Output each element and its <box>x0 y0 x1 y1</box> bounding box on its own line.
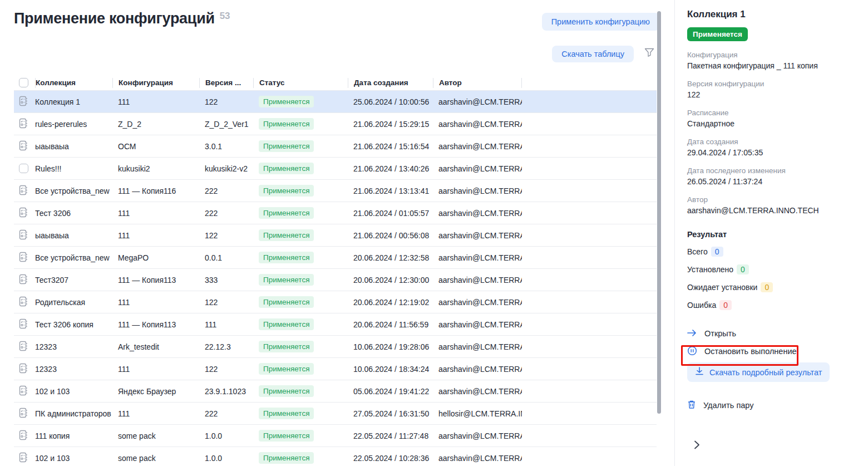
collection-type-icon <box>19 318 28 331</box>
status-badge: Применяется <box>259 185 314 197</box>
cell-collection: ыаываыа <box>35 231 112 240</box>
cell-created: 20.06.2024 / 12:19:02 <box>348 298 433 307</box>
collection-type-icon <box>19 385 28 398</box>
result-installed: Установлено0 <box>687 264 856 274</box>
table-row[interactable]: Тест 3206 111 222 Применяется 21.06.2024… <box>14 202 657 224</box>
open-button[interactable]: Открыть <box>687 325 856 342</box>
cell-created: 21.06.2024 / 00:56:08 <box>348 231 433 240</box>
stop-execution-button[interactable]: Остановить выполнение <box>687 342 856 360</box>
row-lead <box>14 385 35 398</box>
cell-author: aarshavin@LCM.TERRA.INNO.TECH <box>433 231 522 240</box>
table-row[interactable]: Все устройства_new MegaPO 0.0.1 Применяе… <box>14 247 657 269</box>
delete-pair-button[interactable]: Удалить пару <box>687 396 856 414</box>
cell-collection: ыаываыа <box>35 142 112 151</box>
cell-version: 1.0.0 <box>199 454 253 463</box>
table-row[interactable]: Тест 3206 копия 111 — Копия113 111 Приме… <box>14 313 657 336</box>
table-row[interactable]: 12323 Ark_testedit 22.12.3 Применяется 1… <box>14 336 657 358</box>
table-row[interactable]: rules-pererules Z_D_2 Z_D_2_Ver1 Применя… <box>14 113 657 135</box>
collapse-panel-button[interactable] <box>693 440 701 452</box>
cell-status: Применяется <box>253 118 348 130</box>
cell-configuration: 111 <box>112 209 199 218</box>
apply-configuration-button[interactable]: Применить конфигурацию <box>542 13 659 31</box>
table-scrollbar[interactable] <box>657 0 662 466</box>
delete-pair-label: Удалить пару <box>703 401 753 410</box>
row-lead <box>14 229 35 242</box>
result-total-badge: 0 <box>711 247 723 257</box>
cell-created: 21.06.2024 / 01:05:57 <box>348 209 433 218</box>
result-label: Ошибка <box>687 301 716 310</box>
select-all-checkbox[interactable] <box>19 78 28 87</box>
row-lead <box>14 452 35 464</box>
cell-author: aarshavin@LCM.TERRA.INNO.TECH <box>433 142 522 151</box>
table-row[interactable]: ыаываыа ОСМ 3.0.1 Применяется 21.06.2024… <box>14 135 657 158</box>
cell-configuration: 111 — Копия113 <box>112 320 199 329</box>
row-checkbox[interactable] <box>19 164 28 173</box>
cell-status: Применяется <box>253 318 348 330</box>
cell-collection: Тест 3206 <box>35 209 112 218</box>
result-total: Всего0 <box>687 247 856 257</box>
cell-status: Применяется <box>253 341 348 352</box>
table-row[interactable]: 102 и 103 Яндекс Браузер 23.9.1.1023 При… <box>14 380 657 403</box>
cell-status: Применяется <box>253 163 348 174</box>
table-header-row: Коллекция Конфигурация Версия ... Статус… <box>14 75 657 91</box>
cell-author: aarshavin@LCM.TERRA.INNO.TECH <box>433 187 522 195</box>
cell-version: Z_D_2_Ver1 <box>199 120 253 129</box>
table-row[interactable]: Все устройства_new 111 — Копия116 222 Пр… <box>14 180 657 202</box>
row-lead <box>14 341 35 353</box>
cell-version: 222 <box>199 209 253 218</box>
column-header-author: Автор <box>433 78 522 88</box>
table-row[interactable]: 111 копия some pack 1.0.0 Применяется 22… <box>14 425 657 447</box>
collection-type-icon <box>19 296 28 308</box>
cell-version: 22.12.3 <box>199 342 253 351</box>
table-row[interactable]: 102 и 103 some pack 1.0.0 Применяется 22… <box>14 447 657 466</box>
select-all-cell <box>14 78 35 88</box>
table-row[interactable]: Коллекция 1 111 122 Применяется 25.06.20… <box>14 91 657 113</box>
cell-collection: Тест 3206 копия <box>35 320 112 329</box>
row-lead <box>14 296 35 308</box>
table-row[interactable]: ыаываыа 111 122 Применяется 21.06.2024 /… <box>14 224 657 247</box>
cell-author: aarshavin@LCM.TERRA.INNO.TECH <box>433 320 522 329</box>
table-row[interactable]: Тест3207 111 — Копия113 333 Применяется … <box>14 269 657 291</box>
collection-type-icon <box>19 274 28 286</box>
field-label: Дата последнего изменения <box>687 166 856 175</box>
filter-button[interactable] <box>644 48 654 59</box>
status-badge: Применяется <box>259 452 314 464</box>
status-badge: Применяется <box>259 408 314 419</box>
table-row[interactable]: Rules!!! kukusiki2 kukusiki2-v2 Применяе… <box>14 158 657 180</box>
table-row[interactable]: Родительская 111 122 Применяется 20.06.2… <box>14 291 657 313</box>
result-label: Всего <box>687 247 708 256</box>
download-table-button[interactable]: Скачать таблицу <box>552 46 634 62</box>
page-title-text: Применение конфигураций <box>14 10 215 27</box>
cell-configuration: Z_D_2 <box>112 120 199 129</box>
cell-configuration: Ark_testedit <box>112 342 199 351</box>
cell-configuration: kukusiki2 <box>112 164 199 173</box>
field-config-version: Версия конфигурации 122 <box>687 80 856 99</box>
status-badge: Применяется <box>259 341 314 352</box>
cell-version: 122 <box>199 298 253 307</box>
field-value: Пакетная конфигурация _ 111 копия <box>687 61 856 70</box>
cell-version: 122 <box>199 97 253 106</box>
cell-version: 23.9.1.1023 <box>199 387 253 396</box>
cell-collection: Все устройства_new <box>35 253 112 262</box>
cell-author: aarshavin@LCM.TERRA.INNO.TECH <box>433 120 522 129</box>
scrollbar-thumb[interactable] <box>657 11 661 414</box>
download-detailed-result-button[interactable]: Скачать подробный результат <box>687 362 830 382</box>
column-header-status: Статус <box>253 78 348 88</box>
cell-version: 122 <box>199 231 253 240</box>
cell-created: 22.05.2024 / 10:28:36 <box>348 454 433 463</box>
cell-status: Применяется <box>253 452 348 464</box>
cell-status: Применяется <box>253 363 348 375</box>
column-header-version: Версия ... <box>199 78 253 88</box>
cell-version: 222 <box>199 409 253 418</box>
row-lead <box>14 164 35 173</box>
chevron-right-icon <box>693 443 701 452</box>
table-row[interactable]: 12323 111 122 Применяется 10.06.2024 / 1… <box>14 358 657 380</box>
status-badge: Применяется <box>259 207 314 219</box>
cell-status: Применяется <box>253 296 348 308</box>
field-configuration: Конфигурация Пакетная конфигурация _ 111… <box>687 51 856 70</box>
table-row[interactable]: ПК администраторов 111 222 Применяется 2… <box>14 403 657 425</box>
open-button-label: Открыть <box>704 329 736 338</box>
field-label: Конфигурация <box>687 51 856 59</box>
cell-configuration: some pack <box>112 454 199 463</box>
cell-configuration: MegaPO <box>112 253 199 262</box>
